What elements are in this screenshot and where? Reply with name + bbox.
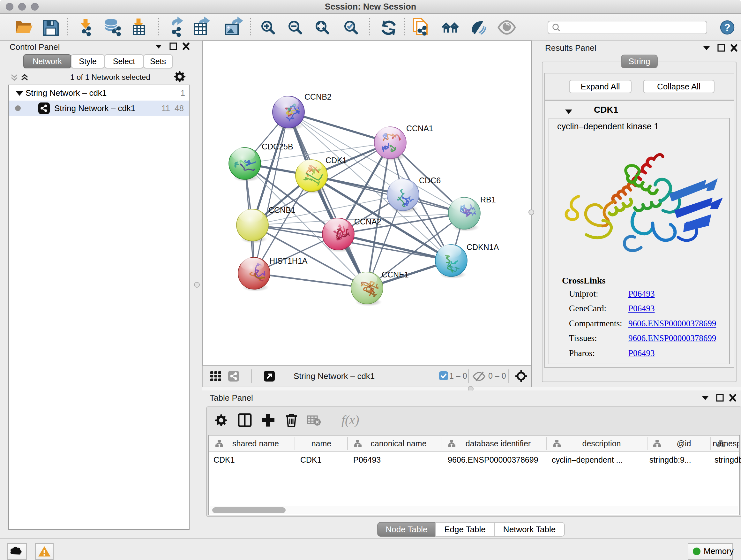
svg-text:HIST1H1A: HIST1H1A — [269, 256, 308, 265]
svg-text:canonical name: canonical name — [370, 439, 426, 448]
svg-text:CDC6: CDC6 — [419, 176, 441, 185]
svg-text:CCNA1: CCNA1 — [406, 124, 433, 133]
svg-text:1 of 1 Network selected: 1 of 1 Network selected — [70, 73, 150, 81]
svg-text:CDKN1A: CDKN1A — [467, 243, 499, 252]
svg-text:CCNE1: CCNE1 — [382, 270, 409, 279]
svg-text:@id: @id — [677, 439, 691, 448]
svg-text:RB1: RB1 — [480, 195, 496, 204]
svg-text:CCNB2: CCNB2 — [305, 92, 332, 101]
svg-text:database identifier: database identifier — [466, 439, 531, 448]
svg-text:namespac: namespac — [713, 439, 739, 448]
svg-text:CDC25B: CDC25B — [262, 142, 293, 151]
svg-text:f(x): f(x) — [341, 413, 359, 427]
svg-text:1 – 0: 1 – 0 — [449, 371, 467, 380]
svg-text:String Network – cdk1: String Network – cdk1 — [293, 371, 375, 381]
svg-text:name: name — [312, 439, 332, 448]
svg-text:CCNA2: CCNA2 — [354, 217, 381, 226]
svg-text:description: description — [583, 439, 621, 448]
svg-text:shared name: shared name — [232, 439, 279, 448]
svg-text:CCNB1: CCNB1 — [268, 206, 295, 214]
svg-text:CDK1: CDK1 — [326, 156, 347, 165]
svg-text:0 – 0: 0 – 0 — [488, 371, 506, 380]
svg-text:?: ? — [724, 22, 731, 33]
